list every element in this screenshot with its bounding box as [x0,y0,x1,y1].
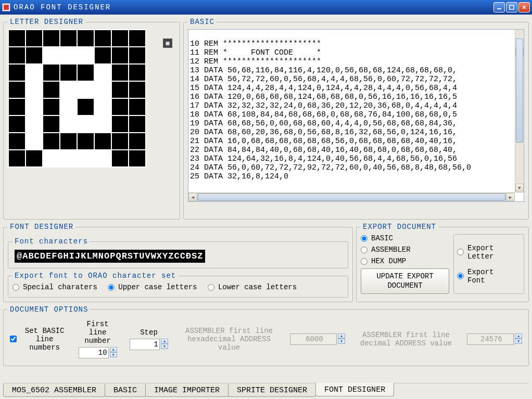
pixel[interactable] [95,116,111,132]
pixel[interactable] [112,150,128,166]
first-line-spinner[interactable]: ▲▼ [110,347,117,358]
scroll-left-icon[interactable]: ◀ [188,193,197,201]
minimize-button[interactable] [493,2,505,12]
pixel[interactable] [43,82,59,98]
radio-lower-case[interactable]: Lower case letters [208,283,297,291]
pixel[interactable] [26,47,42,63]
pixel[interactable] [78,99,94,115]
vertical-scrollbar[interactable]: ▲ ▼ [515,30,524,192]
pixel-grid[interactable] [8,29,146,168]
horizontal-scrollbar[interactable]: ◀ ▶ [188,192,515,201]
tab-sprite-designer[interactable]: SPRITE DESIGNER [228,384,316,397]
pixel[interactable] [43,150,59,166]
pixel[interactable] [78,47,94,63]
pixel[interactable] [129,133,145,149]
update-export-button[interactable]: UPDATE EXPORT DOCUMENT [361,268,449,294]
radio-export-hexdump[interactable]: HEX DUMP [361,257,443,265]
pixel[interactable] [60,30,77,46]
pixel[interactable] [26,99,42,115]
pixel[interactable] [112,65,128,81]
pixel[interactable] [43,116,59,132]
bottom-tabs: MOS_6502 ASSEMBLERBASICIMAGE IMPORTERSPR… [3,383,529,397]
scroll-right-icon[interactable]: ▶ [506,193,515,201]
maximize-button[interactable] [506,2,517,12]
pixel[interactable] [60,116,77,132]
pixel[interactable] [9,82,25,98]
pixel[interactable] [112,116,128,132]
pixel[interactable] [95,99,111,115]
pixel[interactable] [9,99,25,115]
basic-code-pane[interactable]: 10 REM ********************* 11 REM * FO… [188,29,524,202]
pixel[interactable] [95,47,111,63]
pixel[interactable] [9,47,25,63]
pixel[interactable] [112,82,128,98]
pixel[interactable] [43,47,59,63]
pixel[interactable] [60,47,77,63]
pixel[interactable] [26,150,42,166]
pixel[interactable] [26,82,42,98]
pixel[interactable] [26,116,42,132]
first-line-value[interactable]: 10 [79,347,109,358]
pixel[interactable] [60,133,77,149]
tab-mos-6502-assembler[interactable]: MOS_6502 ASSEMBLER [3,384,105,397]
tab-basic[interactable]: BASIC [105,384,146,397]
pixel[interactable] [43,30,59,46]
pixel[interactable] [43,65,59,81]
pixel[interactable] [78,65,94,81]
pixel[interactable] [43,133,59,149]
pixel[interactable] [26,65,42,81]
pixel[interactable] [78,82,94,98]
set-line-numbers-checkbox[interactable] [10,336,17,342]
pixel[interactable] [129,30,145,46]
pixel[interactable] [9,30,25,46]
pixel[interactable] [95,150,111,166]
pixel[interactable] [112,133,128,149]
radio-export-assembler[interactable]: ASSEMBLER [361,246,443,254]
pixel[interactable] [129,47,145,63]
pixel[interactable] [9,65,25,81]
pixel[interactable] [26,30,42,46]
pixel[interactable] [112,47,128,63]
letter-preview-icon[interactable]: ◙ [163,38,172,48]
scroll-down-icon[interactable]: ▼ [515,184,524,192]
tab-font-designer[interactable]: FONT DESIGNER [315,383,394,396]
pixel[interactable] [9,116,25,132]
pixel[interactable] [78,30,94,46]
pixel[interactable] [129,65,145,81]
step-value[interactable]: 1 [130,339,160,350]
set-line-numbers-label: Set BASIC line numbers [23,327,66,352]
radio-special-characters[interactable]: Special charaters [12,283,97,291]
scroll-thumb[interactable] [516,38,523,143]
pixel[interactable] [95,30,111,46]
pixel[interactable] [112,30,128,46]
pixel[interactable] [129,150,145,166]
radio-export-letter[interactable]: Export Letter [457,244,514,261]
pixel[interactable] [129,116,145,132]
step-spinner[interactable]: ▲▼ [161,339,168,350]
hscroll-thumb[interactable] [198,194,505,201]
pixel[interactable] [9,133,25,149]
pixel[interactable] [78,133,94,149]
pixel[interactable] [129,82,145,98]
title-bar: ORAO FONT DESIGNER [0,0,532,15]
radio-export-font[interactable]: Export Font [457,268,514,285]
pixel[interactable] [129,99,145,115]
close-button[interactable] [518,2,530,12]
pixel[interactable] [95,65,111,81]
radio-export-basic[interactable]: BASIC [361,234,443,242]
pixel[interactable] [78,150,94,166]
pixel[interactable] [60,99,77,115]
pixel[interactable] [95,82,111,98]
pixel[interactable] [9,150,25,166]
pixel[interactable] [43,99,59,115]
pixel[interactable] [60,150,77,166]
pixel[interactable] [60,65,77,81]
pixel[interactable] [95,133,111,149]
pixel[interactable] [60,82,77,98]
radio-upper-case[interactable]: Upper case letters [108,283,197,291]
tab-image-importer[interactable]: IMAGE IMPORTER [145,384,229,397]
font-characters-strip[interactable]: @ABCDEFGHIJKLMNOPQRSTUVWXYZCCĐSZ [15,250,205,263]
pixel[interactable] [78,116,94,132]
pixel[interactable] [26,133,42,149]
pixel[interactable] [112,99,128,115]
